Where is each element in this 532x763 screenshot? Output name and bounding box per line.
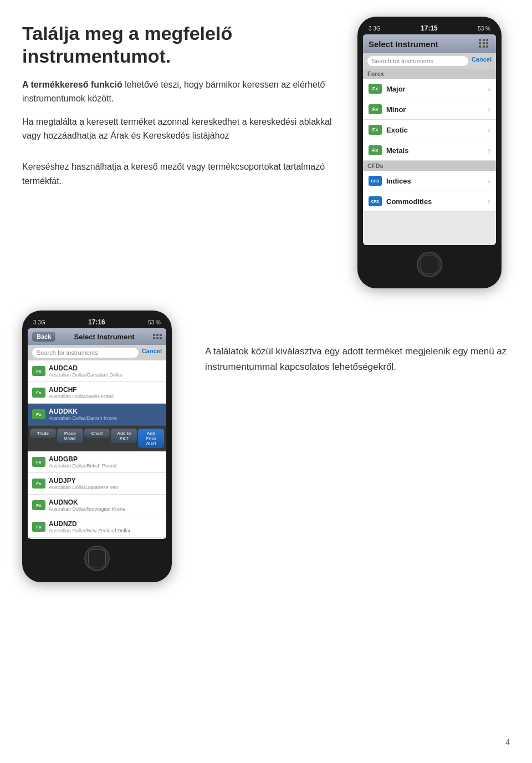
fx-badge: Fx xyxy=(32,457,45,467)
list-item[interactable]: Fx AUDCAD Australian Dollar/Canadian Dol… xyxy=(28,360,166,382)
main-heading: Találja meg a megfelelő instrumentumot. xyxy=(22,22,332,68)
instrument-name-exotic: Exotic xyxy=(386,126,483,134)
paragraph1: A termékkereső funkció lehetővé teszi, h… xyxy=(22,78,332,106)
chevron-right-icon: › xyxy=(488,146,490,155)
phone2-action-bar: Trade PlaceOrder Chart Add toP&T Add Pri xyxy=(28,425,166,451)
phone2-screen-title: Select Instrument xyxy=(59,333,150,341)
list-item[interactable]: Fx AUDGBP Australian Dollar/British Poun… xyxy=(28,451,166,473)
list-item[interactable]: Fx AUDCHF Australian Dollar/Swiss Franc xyxy=(28,382,166,404)
list-item[interactable]: Fx Exotic › xyxy=(363,120,496,140)
phone2-back-button[interactable]: Back xyxy=(32,332,55,342)
phone2-battery: 53 % xyxy=(148,319,161,325)
bottom-right-text: A találatok közül kiválasztva egy adott … xyxy=(205,311,510,582)
phone1-search-bar[interactable]: Search for instruments Cancel xyxy=(363,53,496,69)
phone1-battery: 53 % xyxy=(478,26,490,32)
add-to-pt-button[interactable]: Add toP&T xyxy=(111,429,137,448)
phone1-status-bar: 3 3G 17:15 53 % xyxy=(363,24,496,34)
chevron-right-icon: › xyxy=(488,176,490,185)
phone2-grid-icon xyxy=(153,334,162,339)
list-item[interactable]: CFD Commodities › xyxy=(363,191,496,212)
fx-badge: Fx xyxy=(32,388,45,398)
instrument-name-commodities: Commodities xyxy=(386,197,483,206)
list-item[interactable]: Fx Minor › xyxy=(363,99,496,120)
list-item[interactable]: CFD Indices › xyxy=(363,171,496,191)
page-number: 4 xyxy=(505,737,510,746)
chart-button[interactable]: Chart xyxy=(84,429,110,448)
trade-button[interactable]: Trade xyxy=(30,429,56,448)
phone1-container: 3 3G 17:15 53 % Select Instrument xyxy=(349,17,510,288)
phone1-home-button[interactable] xyxy=(417,252,442,277)
fx-badge: Fx xyxy=(32,409,45,419)
phone1-section-forex: Forex xyxy=(363,69,496,79)
list-item[interactable]: Fx Metals › xyxy=(363,140,496,161)
fx-badge-minor: Fx xyxy=(369,104,382,114)
phone1-screen-header: Select Instrument xyxy=(363,34,496,53)
list-item[interactable]: Fx AUDDKK Australian Dollar/Danish Krone xyxy=(28,404,166,425)
phone2-time: 17:16 xyxy=(88,318,105,326)
chevron-right-icon: › xyxy=(488,197,490,206)
list-item[interactable]: Fx AUDNZD Australian Dollar/New Zealand … xyxy=(28,516,166,538)
phone1-signal: 3 3G xyxy=(369,26,381,32)
fx-badge: Fx xyxy=(32,479,45,489)
phone2-screen-header: Back Select Instrument xyxy=(28,328,166,345)
instrument-name-metals: Metals xyxy=(386,146,483,155)
cfd-badge-commodities: CFD xyxy=(369,196,382,206)
phone2-container: 3 3G 17:16 53 % Back Select Instrument xyxy=(22,311,183,582)
fx-badge: Fx xyxy=(32,500,45,510)
phone2-cancel-button[interactable]: Cancel xyxy=(142,348,162,358)
cfd-badge-indices: CFD xyxy=(369,176,382,186)
phone2-signal: 3 3G xyxy=(33,319,45,325)
list-item[interactable]: Fx AUDJPY Australian Dollar/Japanese Yen xyxy=(28,473,166,495)
fx-badge-exotic: Fx xyxy=(369,125,382,135)
place-order-button[interactable]: PlaceOrder xyxy=(57,429,83,448)
chevron-right-icon: › xyxy=(488,125,490,134)
phone1-section-cfds: CFDs xyxy=(363,161,496,171)
paragraph2: Ha megtalálta a keresett terméket azonna… xyxy=(22,115,332,143)
phone1-cancel-button[interactable]: Cancel xyxy=(472,56,492,66)
instrument-name-major: Major xyxy=(386,85,483,93)
fx-badge: Fx xyxy=(32,366,45,376)
phone1-time: 17:15 xyxy=(421,24,438,32)
bottom-paragraph: A találatok közül kiválasztva egy adott … xyxy=(205,344,510,375)
chevron-right-icon: › xyxy=(488,105,490,114)
fx-badge-metals: Fx xyxy=(369,145,382,155)
list-item[interactable]: Fx Major › xyxy=(363,79,496,99)
phone1-screen: Select Instrument xyxy=(363,34,496,245)
fx-badge-major: Fx xyxy=(369,84,382,94)
instrument-name-indices: Indices xyxy=(386,177,483,185)
phone1-screen-title: Select Instrument xyxy=(369,39,438,49)
chevron-right-icon: › xyxy=(488,84,490,93)
phone1-search-input[interactable]: Search for instruments xyxy=(367,56,468,66)
phone2-status-bar: 3 3G 17:16 53 % xyxy=(28,318,166,328)
grid-icon xyxy=(477,39,490,49)
fx-badge: Fx xyxy=(32,522,45,532)
paragraph3: Kereséshez használhatja a kereső mezőt v… xyxy=(22,160,332,188)
phone2-home-button[interactable] xyxy=(84,546,110,571)
phone2-search-input[interactable]: Search for instruments xyxy=(32,348,139,358)
phone2-search-bar[interactable]: Search for instruments Cancel xyxy=(28,345,166,360)
add-price-alert-button[interactable]: Add PriceAlert xyxy=(138,429,164,448)
phone2-screen: Back Select Instrument Sear xyxy=(28,328,166,539)
list-item[interactable]: Fx AUDNOK Australian Dollar/Norwegian Kr… xyxy=(28,495,166,516)
instrument-name-minor: Minor xyxy=(386,105,483,114)
phone2: 3 3G 17:16 53 % Back Select Instrument xyxy=(22,311,172,582)
phone1: 3 3G 17:15 53 % Select Instrument xyxy=(357,17,502,288)
